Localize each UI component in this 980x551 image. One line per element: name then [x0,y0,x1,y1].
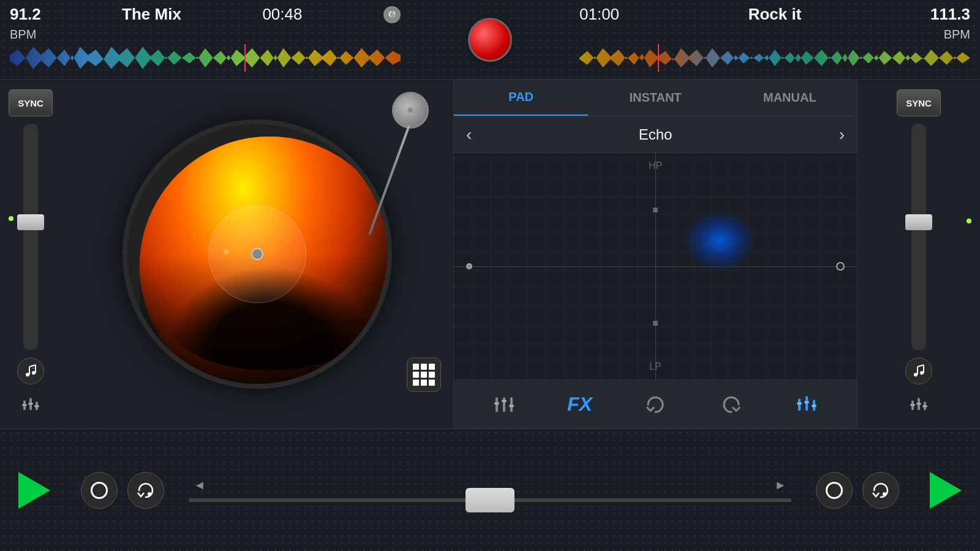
left-sync-button[interactable]: SYNC [9,89,53,116]
cf-right-arrow: ► [774,478,786,492]
grid-button[interactable] [407,358,441,392]
fx-bottom-bar: FX [454,380,857,429]
right-eq-button[interactable] [788,386,825,423]
left-play-button[interactable] [12,468,56,512]
svg-rect-11 [34,405,39,407]
fx-prev-arrow[interactable]: ‹ [466,125,472,144]
crossfader-track[interactable] [189,498,791,502]
left-bpm-row: BPM [10,28,401,42]
info-icon[interactable]: ⓘ [386,7,396,20]
left-bpm-value: 91.2 [10,5,41,24]
right-deck: SYNC [858,80,980,429]
right-loop-button[interactable] [862,472,899,509]
left-transport-controls [81,472,164,509]
left-play-triangle [18,472,50,509]
crossfader-handle[interactable] [466,488,514,512]
xy-tick [653,321,658,326]
svg-rect-16 [502,400,507,402]
right-track-time: 01:00 [579,5,619,24]
cf-left-arrow: ◄ [194,478,206,492]
right-track-info: 01:00 Rock it 111.3 BPM [570,0,980,79]
svg-rect-32 [910,404,915,406]
crossfader-container: ◄ ► [164,478,816,502]
right-pitch-handle[interactable] [905,214,932,230]
left-turntable[interactable] [123,119,392,389]
loop-button[interactable] [637,386,674,423]
left-track-row: 91.2 The Mix 00:48 ⚙ [10,5,401,24]
left-turntable-area [61,80,453,429]
left-waveform-visual [10,44,401,72]
tab-manual[interactable]: MANUAL [723,80,857,116]
svg-rect-33 [916,403,921,405]
left-track-time: 00:48 [262,5,302,24]
left-track-name: The Mix [122,5,181,24]
left-loop-button[interactable] [127,472,164,509]
xy-glow [683,210,756,271]
svg-point-36 [883,492,886,496]
left-bpm-label: BPM [10,28,36,42]
svg-text:+: + [32,365,35,371]
right-transport-controls [816,472,899,509]
right-playhead [658,44,659,72]
left-pitch-handle[interactable] [17,214,44,230]
svg-rect-34 [922,405,927,407]
right-music-note-button[interactable] [905,358,932,384]
svg-rect-17 [509,405,514,407]
right-cue-button[interactable] [816,472,853,509]
fx-next-arrow[interactable]: › [839,125,845,144]
mixer-button[interactable] [486,386,522,423]
xy-label-hp: HP [649,160,662,171]
tonearm-base-circle [392,92,429,129]
right-bpm-value: 111.3 [930,5,970,24]
left-track-info: 91.2 The Mix 00:48 ⚙ BPM [0,0,410,79]
svg-point-35 [148,492,151,496]
xy-dot-left [466,263,472,269]
grid-icon [413,364,435,386]
xy-label-lp: LP [649,361,662,372]
svg-rect-10 [28,403,33,405]
right-track-row: 01:00 Rock it 111.3 [579,5,970,24]
right-waveform-visual [579,44,970,72]
main-area: SYNC + [0,80,980,429]
tab-instant[interactable]: INSTANT [588,80,722,116]
svg-rect-22 [804,401,809,403]
left-eq-icon[interactable] [17,392,44,419]
top-bar: 91.2 The Mix 00:48 ⚙ BPM ⓘ 01:00 Rock it… [0,0,980,80]
svg-rect-9 [22,404,27,406]
fx-button[interactable]: FX [561,386,598,423]
bottom-bar: ◄ ► [0,429,980,551]
right-bpm-row: BPM [579,28,970,42]
svg-rect-13 [503,397,505,412]
right-play-button[interactable] [924,468,968,512]
right-cue-circle [826,482,843,499]
left-vertical-controls: SYNC + [0,80,61,429]
turntable-spindle [251,248,263,260]
top-center: ⓘ [410,0,570,79]
left-cue-button[interactable] [81,472,118,509]
right-play-triangle [930,472,962,509]
record-button[interactable] [468,18,512,62]
svg-rect-23 [812,405,816,407]
crosshair-dot [224,249,228,254]
fx-tabs: PAD INSTANT MANUAL [454,80,857,116]
right-sync-button[interactable]: SYNC [897,89,941,116]
xy-pad[interactable]: HP LP [454,153,857,380]
svg-rect-15 [494,402,499,405]
fx-panel: PAD INSTANT MANUAL ‹ Echo › HP LP [453,80,858,429]
tab-pad[interactable]: PAD [454,80,588,116]
right-waveform [579,44,970,72]
xy-dot-right [836,262,845,271]
cue-circle [91,482,108,499]
fx-label: FX [567,393,592,416]
right-track-name: Rock it [748,5,802,24]
right-bpm-label: BPM [944,28,970,42]
xy-vertical-line [655,153,656,380]
back-button[interactable] [713,386,750,423]
tonearm-rod [368,125,410,235]
xy-tick [653,208,658,212]
tonearm-pivot [407,107,414,114]
right-eq-icon[interactable] [905,392,932,419]
left-music-note-button[interactable]: + [17,358,44,384]
svg-rect-21 [797,402,802,405]
fx-effect-name: Echo [639,126,673,143]
